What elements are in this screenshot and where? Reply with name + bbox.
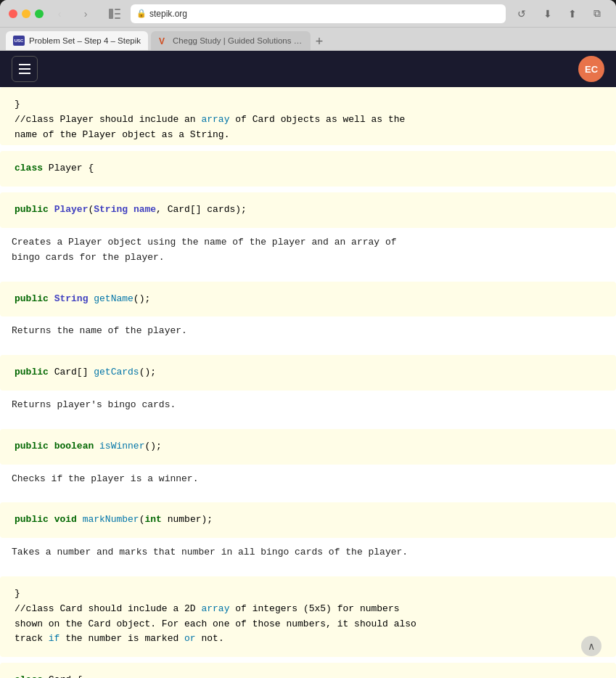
player-constructor-desc: Creates a Player object using the name o… [0, 228, 616, 276]
lock-icon: 🔒 [136, 9, 147, 18]
code-close-brace: } [15, 99, 20, 110]
code-getname: public String getName(); [0, 282, 616, 317]
code-section2: } //class Card should include a 2D array… [0, 576, 616, 657]
share-button[interactable]: ⬆ [562, 6, 583, 22]
tab-chegg[interactable]: V Chegg Study | Guided Solutions and Stu… [151, 31, 311, 50]
hamburger-line-3 [19, 73, 30, 74]
code-iswinner: public boolean isWinner(); [0, 429, 616, 465]
title-bar: ‹ › 🔒 stepik.org ↺ ⬇ ⬆ ⧉ [0, 0, 616, 28]
page-wrapper: EC } //class Player should include an ar… [0, 51, 616, 678]
getname-desc: Returns the name of the player. [0, 316, 616, 349]
browser-window: ‹ › 🔒 stepik.org ↺ ⬇ ⬆ ⧉ USC Problem S [0, 0, 616, 51]
new-window-button[interactable]: ⧉ [587, 6, 607, 22]
keyword-public-4: public [15, 441, 49, 452]
tab-stepik-label: Problem Set – Step 4 – Stepik [29, 36, 141, 45]
download-button[interactable]: ⬇ [538, 6, 558, 22]
class-player-name: Player { [49, 163, 94, 173]
class-card-name: Card { [49, 674, 83, 678]
content-area: } //class Player should include an array… [0, 87, 616, 678]
close-brace-2: } [15, 588, 20, 599]
keyword-public-5: public [15, 514, 49, 525]
maximize-button[interactable] [35, 9, 44, 18]
minimize-button[interactable] [22, 9, 30, 18]
toolbar-right: ⬇ ⬆ ⧉ [538, 6, 607, 22]
svg-rect-2 [115, 13, 120, 15]
keyword-class-1: class [15, 163, 43, 173]
forward-button[interactable]: › [75, 6, 96, 22]
iswinner-rest: boolean isWinner(); [54, 441, 162, 452]
hamburger-menu-button[interactable] [12, 56, 38, 82]
code-block-close-1: } //class Player should include an array… [0, 87, 616, 145]
stepik-favicon: USC [13, 36, 25, 46]
getname-rest: String getName(); [54, 293, 151, 304]
sidebar-toggle-button[interactable] [104, 6, 125, 22]
marknumber-desc: Takes a number and marks that number in … [0, 538, 616, 571]
comment-card-1: //class Card should include a 2D array o… [15, 603, 416, 645]
getcards-rest: Card[] getCards(); [54, 367, 156, 377]
svg-rect-3 [115, 17, 120, 19]
code-scroll-area[interactable]: } //class Player should include an array… [0, 87, 616, 678]
back-button[interactable]: ‹ [49, 6, 70, 22]
keyword-public-1: public [15, 204, 49, 215]
tabs-bar: USC Problem Set – Step 4 – Stepik V Cheg… [0, 28, 616, 51]
scroll-to-top-button[interactable]: ∧ [581, 636, 601, 656]
getcards-desc: Returns player's bingo cards. [0, 391, 616, 423]
keyword-class-2: class [15, 674, 43, 678]
url-bar[interactable]: 🔒 stepik.org [131, 4, 506, 23]
chegg-favicon: V [158, 36, 168, 46]
stepik-header: EC [0, 51, 616, 87]
traffic-lights [9, 9, 44, 18]
browser-content: EC } //class Player should include an ar… [0, 51, 616, 678]
hamburger-line-1 [19, 64, 30, 65]
keyword-public-3: public [15, 367, 49, 377]
keyword-public-2: public [15, 293, 49, 304]
hamburger-line-2 [19, 68, 30, 70]
marknumber-rest: void markNumber(int number); [54, 514, 213, 525]
code-player-constructor: public Player(String name, Card[] cards)… [0, 192, 616, 228]
svg-rect-1 [115, 9, 120, 10]
code-getcards: public Card[] getCards(); [0, 355, 616, 391]
refresh-button[interactable]: ↺ [512, 6, 532, 22]
url-text: stepik.org [149, 9, 187, 19]
tab-chegg-label: Chegg Study | Guided Solutions and Study… [173, 36, 303, 45]
code-marknumber: public void markNumber(int number); [0, 502, 616, 538]
constructor-player-rest: Player(String name, Card[] cards); [54, 204, 247, 215]
code-class-card: class Card { [0, 663, 616, 678]
iswinner-desc: Checks if the player is a winner. [0, 465, 616, 497]
close-button[interactable] [9, 9, 17, 18]
tab-stepik[interactable]: USC Problem Set – Step 4 – Stepik [6, 31, 148, 50]
code-comment-player: //class Player should include an array o… [15, 114, 405, 140]
user-badge[interactable]: EC [578, 56, 604, 82]
new-tab-button[interactable]: + [311, 34, 328, 50]
code-class-player: class Player { [0, 151, 616, 187]
svg-rect-0 [109, 9, 113, 19]
svg-text:V: V [159, 36, 165, 46]
